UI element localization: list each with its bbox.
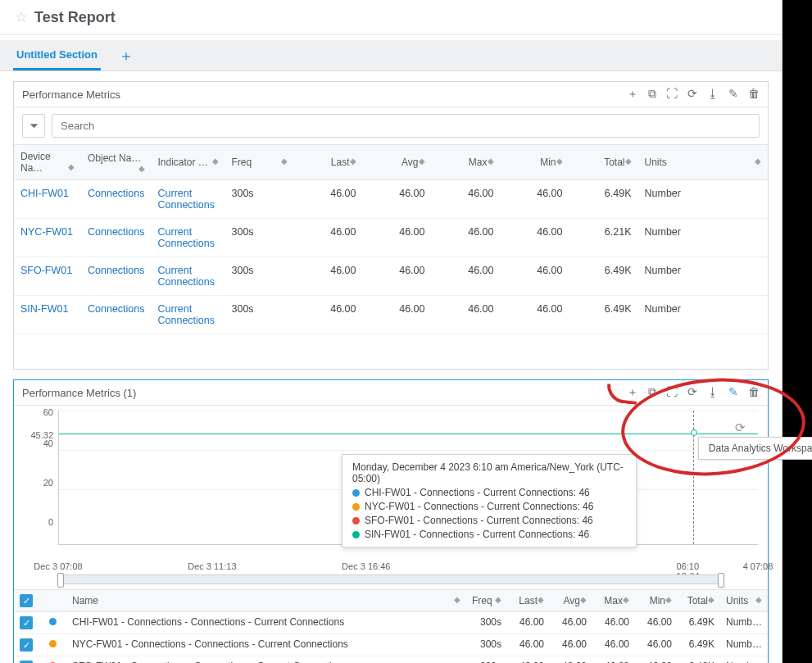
- xtick: Dec 3 07:08: [34, 561, 82, 571]
- tooltip-item: SIN-FW01 - Connections - Current Connect…: [352, 529, 626, 540]
- xtick: Dec 3 16:46: [342, 561, 390, 571]
- col-checkbox[interactable]: ✓: [14, 590, 43, 612]
- export-icon[interactable]: ⭳: [707, 87, 719, 102]
- xtick: Dec 3 11:13: [188, 561, 236, 571]
- col-freq[interactable]: Freq◆: [466, 590, 507, 612]
- metrics-table: Device Na…◆ Object Na…◆ Indicator …◆ Fre…: [14, 144, 768, 334]
- xtick: 4 07:08: [743, 561, 773, 571]
- col-indicator[interactable]: Indicator …◆: [152, 145, 225, 180]
- tab-untitled-section[interactable]: Untitled Section: [13, 40, 101, 70]
- export-icon[interactable]: ⭳: [707, 385, 719, 400]
- time-range-slider[interactable]: [58, 574, 724, 584]
- slider-handle-left[interactable]: [57, 573, 64, 588]
- col-last[interactable]: Last◆: [507, 590, 550, 612]
- table-row: SIN-FW01 Connections Current Connections…: [14, 296, 768, 334]
- col-max[interactable]: Max◆: [432, 145, 501, 180]
- ytick: 60: [43, 407, 53, 417]
- right-panel-collapsed: [783, 0, 812, 663]
- series-checkbox[interactable]: ✓: [20, 616, 33, 629]
- table-row: NYC-FW01 Connections Current Connections…: [14, 219, 768, 257]
- chart-marker: [691, 429, 697, 436]
- chart-refresh-icon[interactable]: ⟳: [735, 420, 746, 435]
- edit-icon[interactable]: ✎: [728, 385, 738, 400]
- indicator-link[interactable]: Current Connections: [152, 219, 225, 257]
- legend-row: ✓ CHI-FW01 - Connections - Connections -…: [14, 612, 768, 634]
- tooltip-item: NYC-FW01 - Connections - Current Connect…: [352, 501, 626, 512]
- series-name: CHI-FW01 - Connections - Connections - C…: [66, 612, 466, 634]
- copy-icon[interactable]: ⧉: [648, 385, 656, 400]
- delete-icon[interactable]: 🗑: [748, 385, 760, 400]
- chart-tooltip: Monday, December 4 2023 6:10 am America/…: [342, 454, 637, 547]
- favorite-star-icon[interactable]: ☆: [15, 8, 28, 26]
- refresh-icon[interactable]: ⟳: [687, 385, 697, 400]
- table-row: CHI-FW01 Connections Current Connections…: [14, 180, 768, 219]
- object-link[interactable]: Connections: [81, 257, 152, 296]
- col-device[interactable]: Device Na…◆: [14, 145, 81, 180]
- ytick: 40: [43, 438, 53, 448]
- series-name: SFO-FW01 - Connections - Connections - C…: [66, 656, 466, 664]
- col-total[interactable]: Total◆: [569, 145, 638, 180]
- indicator-link[interactable]: Current Connections: [152, 257, 225, 296]
- add-icon[interactable]: ＋: [627, 87, 638, 102]
- series-color-icon: [49, 618, 57, 625]
- col-min[interactable]: Min◆: [501, 145, 569, 180]
- filter-icon[interactable]: ⏷: [22, 114, 45, 138]
- series-dot-icon: [352, 531, 360, 538]
- series-dot-icon: [352, 517, 360, 524]
- refresh-icon[interactable]: ⟳: [687, 87, 697, 102]
- device-link[interactable]: CHI-FW01: [14, 180, 81, 219]
- indicator-link[interactable]: Current Connections: [152, 296, 225, 334]
- legend-table: ✓ Name◆ Freq◆ Last◆ Avg◆ Max◆ Min◆ Total…: [14, 589, 768, 663]
- tooltip-item: SFO-FW01 - Connections - Current Connect…: [352, 515, 626, 526]
- col-last[interactable]: Last◆: [294, 145, 363, 180]
- copy-icon[interactable]: ⧉: [648, 87, 656, 102]
- series-dot-icon: [352, 503, 360, 511]
- expand-icon[interactable]: ⛶: [666, 87, 678, 102]
- col-freq[interactable]: Freq◆: [225, 145, 294, 180]
- col-units[interactable]: Units◆: [720, 590, 768, 612]
- series-color-icon: [49, 640, 57, 647]
- object-link[interactable]: Connections: [81, 296, 152, 334]
- panel-toolbar: ＋ ⧉ ⛶ ⟳ ⭳ ✎ 🗑: [627, 385, 760, 400]
- object-link[interactable]: Connections: [81, 219, 152, 257]
- tooltip-item: CHI-FW01 - Connections - Current Connect…: [352, 487, 626, 498]
- panel-title: Performance Metrics (1): [22, 387, 136, 399]
- col-total[interactable]: Total◆: [678, 590, 720, 612]
- panel-toolbar: ＋ ⧉ ⛶ ⟳ ⭳ ✎ 🗑: [627, 87, 760, 102]
- search-input[interactable]: [52, 114, 760, 138]
- col-units[interactable]: Units◆: [638, 145, 769, 180]
- series-checkbox[interactable]: ✓: [20, 638, 33, 652]
- device-link[interactable]: SFO-FW01: [14, 257, 81, 296]
- slider-handle-right[interactable]: [718, 573, 724, 588]
- col-avg[interactable]: Avg◆: [550, 590, 592, 612]
- ytick: 0: [48, 517, 53, 527]
- data-analytics-workspace-button[interactable]: Data Analytics Workspace: [698, 437, 812, 460]
- panel-performance-metrics-1: Performance Metrics (1) ＋ ⧉ ⛶ ⟳ ⭳ ✎ 🗑 60…: [13, 379, 769, 663]
- page-title: Test Report: [34, 9, 116, 26]
- ytick: 20: [43, 478, 53, 488]
- add-section-button[interactable]: ＋: [119, 46, 134, 66]
- legend-row: ✓ SFO-FW01 - Connections - Connections -…: [14, 656, 768, 664]
- device-link[interactable]: NYC-FW01: [14, 219, 81, 257]
- section-tabs: Untitled Section ＋: [0, 40, 782, 71]
- object-link[interactable]: Connections: [81, 180, 152, 219]
- col-min[interactable]: Min◆: [635, 590, 678, 612]
- select-all-checkbox[interactable]: ✓: [20, 594, 33, 607]
- col-object[interactable]: Object Na…◆: [81, 145, 152, 180]
- page-header: ☆ Test Report: [0, 0, 782, 35]
- edit-icon[interactable]: ✎: [728, 87, 738, 102]
- device-link[interactable]: SIN-FW01: [14, 296, 81, 334]
- series-name: NYC-FW01 - Connections - Connections - C…: [66, 634, 466, 656]
- indicator-link[interactable]: Current Connections: [152, 180, 225, 219]
- add-icon[interactable]: ＋: [627, 385, 638, 400]
- col-max[interactable]: Max◆: [592, 590, 635, 612]
- panel-performance-metrics: Performance Metrics ＋ ⧉ ⛶ ⟳ ⭳ ✎ 🗑 ⏷ Devi…: [13, 81, 769, 370]
- col-name[interactable]: Name◆: [66, 590, 466, 612]
- delete-icon[interactable]: 🗑: [748, 87, 760, 102]
- tooltip-time: Monday, December 4 2023 6:10 am America/…: [352, 461, 626, 484]
- legend-row: ✓ NYC-FW01 - Connections - Connections -…: [14, 634, 768, 656]
- col-avg[interactable]: Avg◆: [363, 145, 432, 180]
- expand-icon[interactable]: ⛶: [666, 385, 678, 400]
- series-dot-icon: [352, 489, 360, 497]
- panel-title: Performance Metrics: [22, 89, 120, 101]
